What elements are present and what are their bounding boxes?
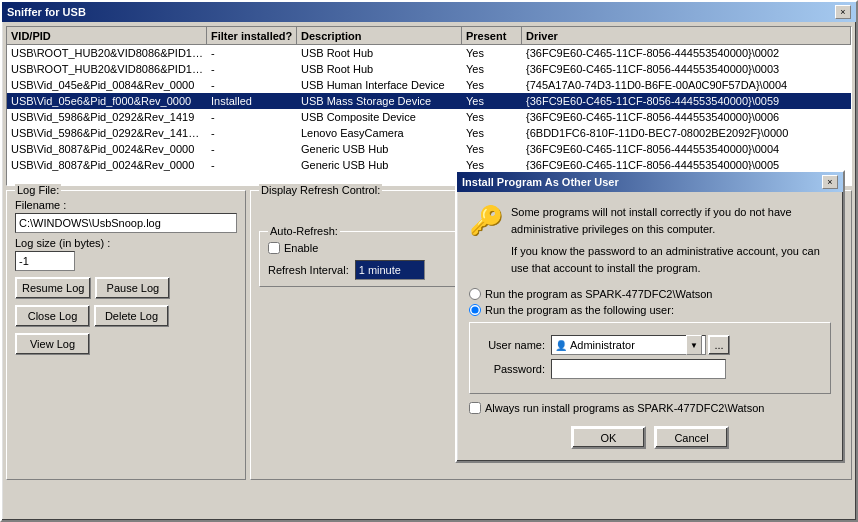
username-value: Administrator <box>567 339 686 351</box>
user-dropdown: 👤 Administrator ▼ ... <box>551 335 730 355</box>
dropdown-arrow[interactable]: ▼ <box>686 335 702 355</box>
always-run-label: Always run install programs as SPARK-477… <box>485 402 764 414</box>
user-field-group: User name: 👤 Administrator ▼ ... Passwor… <box>469 322 831 394</box>
username-label: User name: <box>480 339 545 351</box>
modal-dialog: Install Program As Other User × 🔑 Some p… <box>455 170 845 463</box>
modal-info-text: Some programs will not install correctly… <box>511 204 831 276</box>
cancel-button[interactable]: Cancel <box>654 426 729 449</box>
modal-buttons: OK Cancel <box>469 426 831 449</box>
modal-close-button[interactable]: × <box>822 175 838 189</box>
username-row: User name: 👤 Administrator ▼ ... <box>480 335 820 355</box>
info-text-1: Some programs will not install correctly… <box>511 204 831 237</box>
admin-icon: 👤 <box>555 340 567 351</box>
radio1-label: Run the program as SPARK-477DFC2\Watson <box>485 288 712 300</box>
password-label: Password: <box>480 363 545 375</box>
username-dropdown-box[interactable]: 👤 Administrator ▼ <box>551 335 706 355</box>
radio-program-as-user[interactable] <box>469 304 481 316</box>
ok-button[interactable]: OK <box>571 426 646 449</box>
password-input[interactable] <box>551 359 726 379</box>
always-run-checkbox[interactable] <box>469 402 481 414</box>
radio2-label: Run the program as the following user: <box>485 304 674 316</box>
radio-program-as-watson[interactable] <box>469 288 481 300</box>
modal-overlay: Install Program As Other User × 🔑 Some p… <box>0 0 858 522</box>
radio-row-2: Run the program as the following user: <box>469 304 831 316</box>
modal-body: 🔑 Some programs will not install correct… <box>457 192 843 461</box>
info-text-2: If you know the password to an administr… <box>511 243 831 276</box>
password-row: Password: <box>480 359 820 379</box>
browse-button[interactable]: ... <box>708 335 730 355</box>
modal-title: Install Program As Other User <box>462 176 619 188</box>
key-icon: 🔑 <box>469 204 501 236</box>
radio-row-1: Run the program as SPARK-477DFC2\Watson <box>469 288 831 300</box>
modal-title-bar: Install Program As Other User × <box>457 172 843 192</box>
always-run-row: Always run install programs as SPARK-477… <box>469 402 831 414</box>
modal-info-area: 🔑 Some programs will not install correct… <box>469 204 831 276</box>
